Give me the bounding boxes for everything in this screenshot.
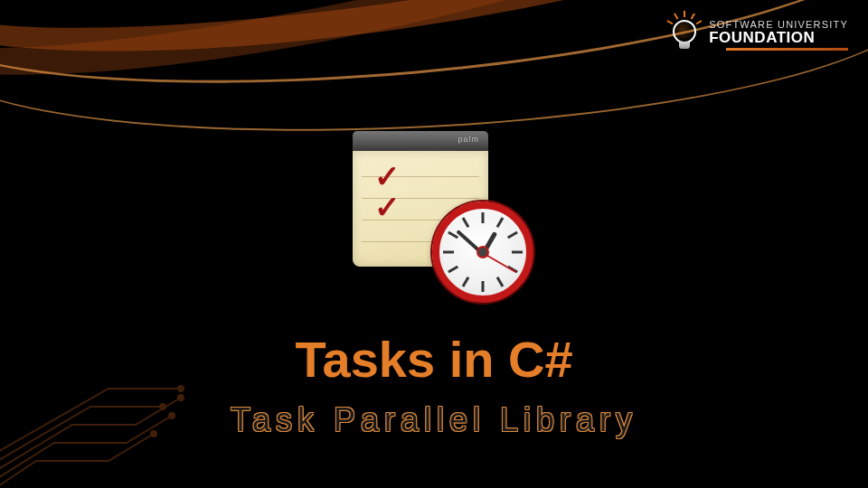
slide-title: Tasks in C# bbox=[0, 330, 868, 389]
lightbulb-idea-icon bbox=[669, 13, 700, 52]
checkmark-icon: ✓ bbox=[374, 189, 400, 225]
slide-text-area: Tasks in C# Task Parallel Library bbox=[0, 330, 868, 439]
notepad-clock-icon: ✓ ✓ bbox=[335, 131, 533, 303]
slide-subtitle: Task Parallel Library bbox=[0, 401, 868, 439]
brand-logo: SOFTWARE UNIVERSITY FOUNDATION bbox=[669, 13, 848, 52]
brand-text-line2: FOUNDATION bbox=[709, 30, 848, 45]
clock-icon bbox=[432, 202, 533, 303]
